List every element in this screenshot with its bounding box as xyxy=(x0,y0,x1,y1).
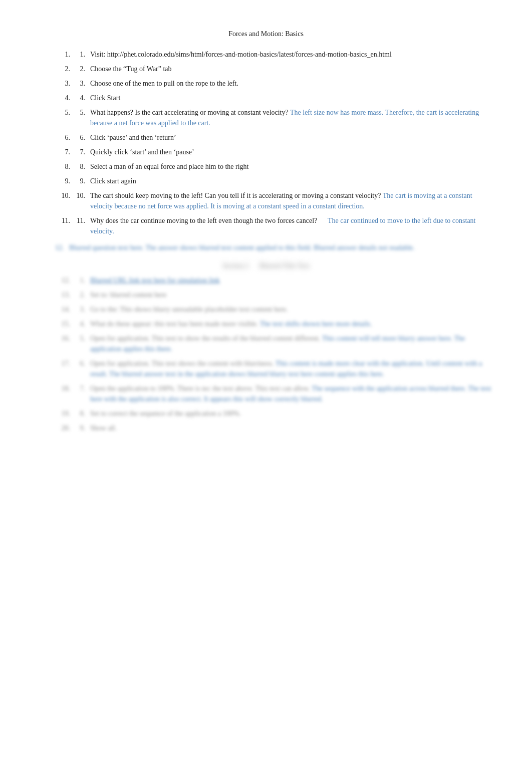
list-item: 6. Click ‘pause’ and then ‘return’ xyxy=(55,132,492,143)
item-8-content: Select a man of an equal force and place… xyxy=(90,161,492,172)
list-item: 2. Choose the “Tug of War” tab xyxy=(55,64,492,74)
item-3-content: Choose one of the men to pull on the rop… xyxy=(90,78,492,89)
main-list: 1. Visit: http://phet.colorado.edu/sims/… xyxy=(40,49,492,236)
blurred-list-item: 5. Open for application. This text to sh… xyxy=(55,333,492,354)
blurred-list-item: 6. Open for application. This text shows… xyxy=(55,358,492,379)
item-10-text: The cart should keep moving to the left!… xyxy=(90,192,381,199)
blurred-list-item: 9. Show all. xyxy=(55,423,492,433)
blurred-list-item: 4. What do these appear: this text has b… xyxy=(55,319,492,329)
item-1-text: Visit: http://phet.colorado.edu/sims/htm… xyxy=(90,51,392,58)
list-item: 8. Select a man of an equal force and pl… xyxy=(55,161,492,172)
list-number: 5. xyxy=(75,107,90,118)
list-item: 11. Why does the car continue moving to … xyxy=(55,215,492,236)
item-5-content: What happens? Is the cart accelerating o… xyxy=(90,107,492,128)
blurred-item-12: 12. Blurred question text here. The answ… xyxy=(40,242,492,253)
list-item: 3. Choose one of the men to pull on the … xyxy=(55,78,492,89)
blurred-list: 1. Blurred URL link text here for simula… xyxy=(40,275,492,433)
item-4-content: Click Start xyxy=(90,93,492,103)
list-number: 8. xyxy=(75,161,90,172)
blurred-list-item: 1. Blurred URL link text here for simula… xyxy=(55,275,492,286)
list-number: 10. xyxy=(75,190,90,201)
list-number: 2. xyxy=(75,64,90,74)
blurred-list-item: 7. Open the application to 100%. There i… xyxy=(55,383,492,404)
blurred-list-item: 3. Go to the: This shows blurry unreadab… xyxy=(55,304,492,315)
list-number: 4. xyxy=(75,93,90,103)
list-number: 7. xyxy=(75,147,90,157)
page-title: Forces and Motion: Basics xyxy=(40,30,492,38)
item-1-content: Visit: http://phet.colorado.edu/sims/htm… xyxy=(90,49,492,60)
list-item: 4. Click Start xyxy=(55,93,492,103)
blurred-section-title: Section 2 Blurred Title Text xyxy=(40,262,492,270)
item-6-text: Click ‘pause’ and then ‘return’ xyxy=(90,134,176,141)
list-number: 1. xyxy=(75,49,90,60)
item-11-text: Why does the car continue moving to the … xyxy=(90,217,317,224)
item-5-text: What happens? Is the cart accelerating o… xyxy=(90,109,289,116)
list-item: 5. What happens? Is the cart acceleratin… xyxy=(55,107,492,128)
list-item: 7. Quickly click ‘start’ and then ‘pause… xyxy=(55,147,492,157)
item-2-text: Choose the “Tug of War” tab xyxy=(90,65,172,73)
list-number: 11. xyxy=(75,215,90,226)
item-4-text: Click Start xyxy=(90,94,120,102)
blurred-list-item: 2. Set to: blurred content here xyxy=(55,290,492,300)
item-2-content: Choose the “Tug of War” tab xyxy=(90,64,492,74)
list-number: 6. xyxy=(75,132,90,143)
item-7-text: Quickly click ‘start’ and then ‘pause’ xyxy=(90,148,194,156)
item-7-content: Quickly click ‘start’ and then ‘pause’ xyxy=(90,147,492,157)
list-item: 10. The cart should keep moving to the l… xyxy=(55,190,492,211)
item-11-spacer xyxy=(319,217,326,224)
list-number: 9. xyxy=(75,176,90,186)
item-6-content: Click ‘pause’ and then ‘return’ xyxy=(90,132,492,143)
list-item: 1. Visit: http://phet.colorado.edu/sims/… xyxy=(55,49,492,60)
item-9-content: Click start again xyxy=(90,176,492,186)
blurred-section: 12. Blurred question text here. The answ… xyxy=(40,242,492,433)
blurred-list-item: 8. Set to correct the sequence of the ap… xyxy=(55,408,492,419)
item-9-text: Click start again xyxy=(90,177,136,185)
item-8-text: Select a man of an equal force and place… xyxy=(90,163,248,170)
list-item: 9. Click start again xyxy=(55,176,492,186)
item-11-content: Why does the car continue moving to the … xyxy=(90,215,492,236)
item-10-content: The cart should keep moving to the left!… xyxy=(90,190,492,211)
list-number: 3. xyxy=(75,78,90,89)
item-3-text: Choose one of the men to pull on the rop… xyxy=(90,80,238,87)
